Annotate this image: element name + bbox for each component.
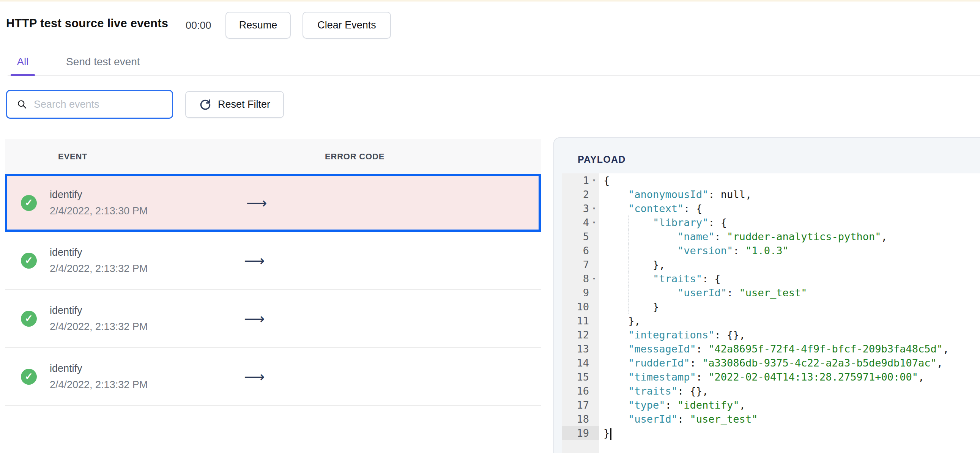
search-icon <box>16 99 28 110</box>
event-timestamp: 2/4/2022, 2:13:30 PM <box>50 205 148 217</box>
event-timestamp: 2/4/2022, 2:13:32 PM <box>50 321 148 333</box>
line-number: 14 <box>562 356 599 370</box>
fold-caret-icon[interactable]: ▾ <box>589 216 599 229</box>
code-text: "rudderId": "a33086db-9375-4c22-a2a3-b5d… <box>599 356 943 370</box>
event-row[interactable]: ✓ identify 2/4/2022, 2:13:30 PM ⟶ <box>5 174 541 232</box>
code-text: "traits": {}, <box>599 384 708 398</box>
event-type: identify <box>50 363 148 375</box>
code-text: "timestamp": "2022-02-04T14:13:28.275971… <box>599 370 924 384</box>
tab-all[interactable]: All <box>11 56 35 68</box>
success-check-icon: ✓ <box>21 253 37 269</box>
timer: 00:00 <box>186 20 212 32</box>
column-header-event: EVENT <box>58 139 87 174</box>
tabs-divider <box>8 75 980 76</box>
view-payload-arrow-icon[interactable]: ⟶ <box>244 369 264 385</box>
code-text: { <box>599 173 609 188</box>
resume-button[interactable]: Resume <box>226 12 291 39</box>
code-text: }, <box>599 314 641 328</box>
code-text: "userId": "user_test" <box>599 286 807 300</box>
top-accent-strip <box>0 0 980 2</box>
payload-panel: PAYLOAD 1▾{2"anonymousId": null,3▾"conte… <box>554 137 980 453</box>
line-number: 19 <box>562 426 599 440</box>
fold-caret-icon[interactable]: ▾ <box>589 202 599 216</box>
code-line: 18"userId": "user_test" <box>562 412 980 426</box>
code-line: 9"userId": "user_test" <box>562 286 980 300</box>
events-table: EVENT ERROR CODE ✓ identify 2/4/2022, 2:… <box>5 139 541 406</box>
fold-caret-icon[interactable]: ▾ <box>589 173 599 188</box>
code-line: 11}, <box>562 314 980 328</box>
code-line: 8▾"traits": { <box>562 272 980 286</box>
line-number: 1▾ <box>562 173 599 188</box>
code-line: 19} <box>562 426 980 440</box>
code-line: 2"anonymousId": null, <box>562 188 980 202</box>
code-text: "name": "rudder-analytics-python", <box>599 229 888 243</box>
text-cursor <box>610 428 611 440</box>
event-row[interactable]: ✓ identify 2/4/2022, 2:13:32 PM ⟶ <box>5 290 541 348</box>
code-line: 10} <box>562 300 980 314</box>
success-check-icon: ✓ <box>21 369 37 385</box>
event-type: identify <box>50 246 148 258</box>
code-line: 16"traits": {}, <box>562 384 980 398</box>
code-text: "context": { <box>599 202 702 216</box>
line-number: 15 <box>562 370 599 384</box>
line-number: 13 <box>562 342 599 356</box>
code-text: }, <box>599 257 665 272</box>
line-number: 11 <box>562 314 599 328</box>
active-tab-underline <box>11 74 35 76</box>
refresh-icon <box>199 98 212 111</box>
line-number: 7 <box>562 257 599 272</box>
search-input[interactable] <box>34 99 165 110</box>
view-payload-arrow-icon[interactable]: ⟶ <box>244 310 264 327</box>
code-line: 6"version": "1.0.3" <box>562 243 980 257</box>
line-number: 16 <box>562 384 599 398</box>
code-line: 13"messageId": "42a8695f-72f4-4f9f-bfcf-… <box>562 342 980 356</box>
payload-panel-title: PAYLOAD <box>578 154 625 165</box>
line-number: 9 <box>562 286 599 300</box>
code-text: "messageId": "42a8695f-72f4-4f9f-bfcf-20… <box>599 342 949 356</box>
view-payload-arrow-icon[interactable]: ⟶ <box>244 252 264 269</box>
reset-filter-label: Reset Filter <box>218 99 270 110</box>
line-number: 5 <box>562 229 599 243</box>
fold-caret-icon[interactable]: ▾ <box>589 272 599 286</box>
line-number: 2 <box>562 188 599 202</box>
events-table-header: EVENT ERROR CODE <box>5 139 541 174</box>
code-text: "type": "identify", <box>599 398 745 412</box>
code-text: "integrations": {}, <box>599 328 745 342</box>
page-title: HTTP test source live events <box>6 17 168 30</box>
code-text: } <box>599 300 659 314</box>
reset-filter-button[interactable]: Reset Filter <box>185 91 284 118</box>
line-number: 4▾ <box>562 216 599 229</box>
line-number: 10 <box>562 300 599 314</box>
code-text: "version": "1.0.3" <box>599 243 789 257</box>
search-events-box[interactable] <box>6 90 173 119</box>
line-number: 12 <box>562 328 599 342</box>
event-timestamp: 2/4/2022, 2:13:32 PM <box>50 379 148 391</box>
line-number: 6 <box>562 243 599 257</box>
column-header-error-code: ERROR CODE <box>325 139 385 174</box>
event-row[interactable]: ✓ identify 2/4/2022, 2:13:32 PM ⟶ <box>5 348 541 406</box>
code-line: 14"rudderId": "a33086db-9375-4c22-a2a3-b… <box>562 356 980 370</box>
live-events-page: HTTP test source live events 00:00 Resum… <box>0 0 980 453</box>
code-text: "traits": { <box>599 272 721 286</box>
tab-send-test-event[interactable]: Send test event <box>66 56 140 68</box>
code-lines: 1▾{2"anonymousId": null,3▾"context": {4▾… <box>562 173 980 440</box>
line-number: 17 <box>562 398 599 412</box>
success-check-icon: ✓ <box>21 311 37 327</box>
view-payload-arrow-icon[interactable]: ⟶ <box>246 195 267 211</box>
code-text: "userId": "user_test" <box>599 412 757 426</box>
code-line: 15"timestamp": "2022-02-04T14:13:28.2759… <box>562 370 980 384</box>
clear-events-button[interactable]: Clear Events <box>302 12 391 39</box>
code-line: 1▾{ <box>562 173 980 188</box>
code-line: 17"type": "identify", <box>562 398 980 412</box>
code-text: "library": { <box>599 216 727 229</box>
event-timestamp: 2/4/2022, 2:13:32 PM <box>50 263 148 275</box>
code-line: 7}, <box>562 257 980 272</box>
payload-code-editor[interactable]: 1▾{2"anonymousId": null,3▾"context": {4▾… <box>562 173 980 453</box>
success-check-icon: ✓ <box>21 195 37 211</box>
line-number: 8▾ <box>562 272 599 286</box>
line-number: 18 <box>562 412 599 426</box>
code-line: 5"name": "rudder-analytics-python", <box>562 229 980 243</box>
event-type: identify <box>50 305 148 316</box>
code-line: 4▾"library": { <box>562 216 980 229</box>
event-row[interactable]: ✓ identify 2/4/2022, 2:13:32 PM ⟶ <box>5 232 541 290</box>
